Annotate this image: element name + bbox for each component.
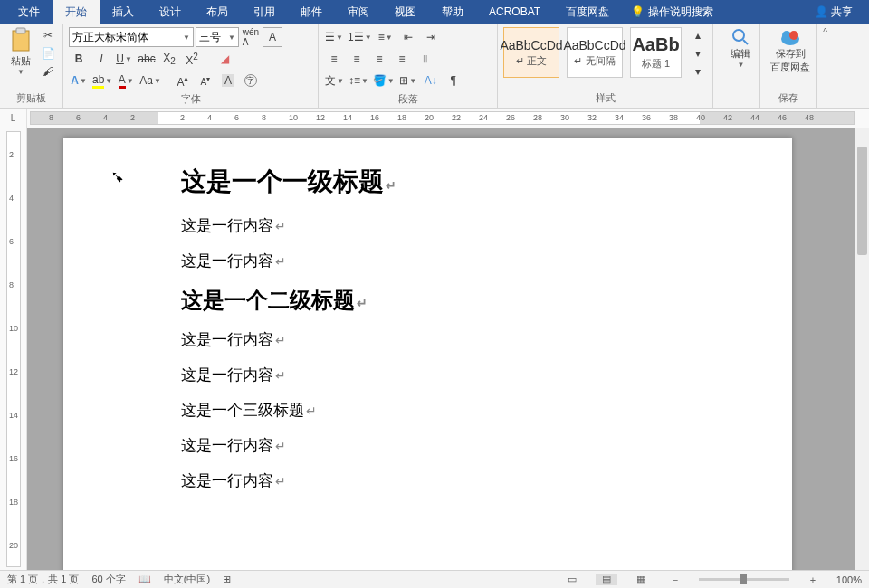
collapse-ribbon-button[interactable]: ^ <box>816 24 833 108</box>
lightbulb-icon: 💡 <box>631 5 645 18</box>
doc-paragraph[interactable]: 这是一行内容↵ <box>181 435 738 456</box>
zoom-slider[interactable] <box>699 578 789 581</box>
styles-up-button[interactable]: ▴ <box>689 27 707 43</box>
align-center-button[interactable]: ≡ <box>347 49 367 69</box>
page-scroll[interactable]: ➹ 这是一个一级标题↵ 这是一行内容↵ 这是一行内容↵ 这是一个二级标题↵ 这是… <box>27 128 869 570</box>
doc-heading3[interactable]: 这是一个三级标题↵ <box>181 400 738 421</box>
subscript-icon: X2 <box>163 52 176 66</box>
shrink-icon: A▾ <box>201 74 211 87</box>
tell-me[interactable]: 💡 操作说明搜索 <box>622 5 722 20</box>
language-indicator[interactable]: 中文(中国) <box>164 573 210 586</box>
phonetic-button[interactable]: wénA <box>241 27 261 47</box>
font-size-value: 三号 <box>199 30 221 45</box>
styles-down-button[interactable]: ▾ <box>689 45 707 62</box>
doc-heading2[interactable]: 这是一个二级标题↵ <box>181 286 738 315</box>
decrease-indent-button[interactable]: ⇤ <box>398 27 418 47</box>
tab-home[interactable]: 开始 <box>53 0 100 24</box>
zoom-out-button[interactable]: − <box>664 574 686 585</box>
zoom-thumb[interactable] <box>740 574 747 584</box>
tab-file[interactable]: 文件 <box>5 0 53 24</box>
font-size-select[interactable]: 三号 ▼ <box>196 27 239 47</box>
read-mode-button[interactable]: ▭ <box>561 574 583 585</box>
scrollbar-vertical[interactable] <box>855 128 869 570</box>
tab-review[interactable]: 审阅 <box>335 0 382 24</box>
bullets-button[interactable]: ☰▼ <box>324 27 344 47</box>
strike-button[interactable]: abc <box>137 49 157 69</box>
format-painter-button[interactable]: 🖌 <box>39 63 57 80</box>
tab-baidu[interactable]: 百度网盘 <box>553 0 622 24</box>
share-button[interactable]: 👤 共享 <box>804 5 864 20</box>
doc-paragraph[interactable]: 这是一行内容↵ <box>181 251 738 271</box>
tab-acrobat[interactable]: ACROBAT <box>476 0 553 24</box>
web-layout-button[interactable]: ▦ <box>630 574 652 585</box>
change-case-button[interactable]: Aa▼ <box>138 71 162 90</box>
distribute-button[interactable]: ⫴ <box>415 49 434 69</box>
zoom-in-button[interactable]: + <box>802 574 824 585</box>
align-right-button[interactable]: ≡ <box>369 49 389 69</box>
para-mark-icon: ↵ <box>357 296 368 310</box>
paste-button[interactable]: 粘贴 ▼ <box>5 27 35 76</box>
tab-view[interactable]: 视图 <box>382 0 429 24</box>
save-baidu-button[interactable]: 保存到 百度网盘 <box>766 27 815 74</box>
tab-design[interactable]: 设计 <box>147 0 194 24</box>
style-nospacing[interactable]: AaBbCcDd ↵ 无间隔 <box>567 27 623 78</box>
underline-button[interactable]: U▼ <box>114 49 134 69</box>
show-marks-button[interactable]: ¶ <box>444 71 463 90</box>
char-border-button[interactable]: A <box>263 27 282 47</box>
word-count[interactable]: 60 个字 <box>91 573 125 586</box>
clear-format-button[interactable]: ◢ <box>215 49 234 69</box>
increase-indent-button[interactable]: ⇥ <box>421 27 441 47</box>
doc-paragraph[interactable]: 这是一行内容↵ <box>181 215 738 236</box>
text-effects-button[interactable]: A▼ <box>69 71 89 90</box>
tab-mailings[interactable]: 邮件 <box>288 0 335 24</box>
char-shading-button[interactable]: A <box>218 71 238 90</box>
tab-help[interactable]: 帮助 <box>429 0 476 24</box>
align-left-button[interactable]: ≡ <box>324 49 344 69</box>
save-line1: 保存到 <box>776 47 806 61</box>
tab-references[interactable]: 引用 <box>241 0 288 24</box>
doc-heading1[interactable]: 这是一个一级标题↵ <box>181 165 738 199</box>
font-color-icon: A <box>119 73 126 89</box>
cut-button[interactable]: ✂ <box>39 27 57 43</box>
shading-button[interactable]: 🪣▼ <box>372 71 396 90</box>
proofing-icon[interactable]: 📖 <box>138 574 151 585</box>
shrink-font-button[interactable]: A▾ <box>196 71 215 90</box>
tab-layout[interactable]: 布局 <box>194 0 241 24</box>
italic-button[interactable]: I <box>91 49 111 69</box>
font-name-select[interactable]: 方正大标宋简体 ▼ <box>69 27 194 47</box>
page[interactable]: ➹ 这是一个一级标题↵ 这是一行内容↵ 这是一行内容↵ 这是一个二级标题↵ 这是… <box>63 138 792 570</box>
text-direction-button[interactable]: 文▼ <box>324 71 345 90</box>
ruler-v-track[interactable]: 2468101214161820 <box>6 131 21 567</box>
highlight-icon: ab <box>92 73 104 89</box>
style-heading1[interactable]: AaBb 标题 1 <box>630 27 682 78</box>
accessibility-icon[interactable]: ⊞ <box>223 574 231 585</box>
doc-paragraph[interactable]: 这是一行内容↵ <box>181 329 738 350</box>
paste-label: 粘贴 <box>11 54 31 68</box>
style-normal[interactable]: AaBbCcDd ↵ 正文 <box>503 27 559 78</box>
doc-paragraph[interactable]: 这是一行内容↵ <box>181 365 738 385</box>
group-paragraph: ☰▼ 1☰▼ ≡▼ ⇤ ⇥ ≡ ≡ ≡ ≡ ⫴ 文▼ ↕≡▼ 🪣▼ ⊞▼ A↓ … <box>319 24 498 108</box>
subscript-button[interactable]: X2 <box>159 49 179 69</box>
page-indicator[interactable]: 第 1 页，共 1 页 <box>7 573 79 586</box>
bold-button[interactable]: B <box>69 49 89 69</box>
enclose-char-button[interactable]: 字 <box>241 71 261 90</box>
numbering-button[interactable]: 1☰▼ <box>347 27 373 47</box>
line-spacing-button[interactable]: ↕≡▼ <box>348 71 369 90</box>
ruler-h-track[interactable]: 8642246810121416182022242628303234363840… <box>30 111 855 125</box>
doc-paragraph[interactable]: 这是一行内容↵ <box>181 470 738 491</box>
tab-insert[interactable]: 插入 <box>100 0 147 24</box>
zoom-level[interactable]: 100% <box>836 574 862 585</box>
edit-button[interactable]: 编辑 ▼ <box>719 27 762 69</box>
superscript-button[interactable]: X2 <box>182 49 202 69</box>
styles-more-button[interactable]: ▾ <box>689 63 707 80</box>
highlight-button[interactable]: ab▼ <box>91 71 113 90</box>
justify-button[interactable]: ≡ <box>392 49 412 69</box>
grow-font-button[interactable]: A▴ <box>173 71 193 90</box>
print-layout-button[interactable]: ▤ <box>596 574 617 585</box>
scrollbar-thumb[interactable] <box>857 147 867 255</box>
sort-button[interactable]: A↓ <box>421 71 441 90</box>
borders-button[interactable]: ⊞▼ <box>398 71 418 90</box>
copy-button[interactable]: 📄 <box>39 45 57 62</box>
multilevel-button[interactable]: ≡▼ <box>376 27 396 47</box>
font-color-button[interactable]: A▼ <box>116 71 136 90</box>
